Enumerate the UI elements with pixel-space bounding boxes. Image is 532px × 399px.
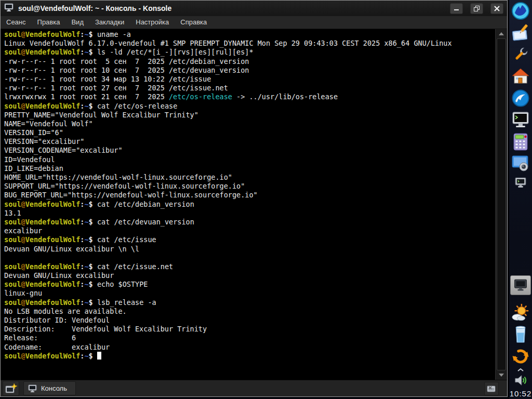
distro-logo-icon[interactable] bbox=[511, 1, 530, 21]
menubar: Сеанс Правка Вид Закладки Настройка Спра… bbox=[1, 16, 507, 29]
terminal-line: ID_LIKE=debian bbox=[4, 164, 494, 173]
terminal-output: soul@VendefoulWolf:~$ uname -aLinux Vend… bbox=[4, 30, 494, 361]
text-editor-icon[interactable] bbox=[511, 23, 530, 43]
terminal-area[interactable]: soul@VendefoulWolf:~$ uname -aLinux Vend… bbox=[1, 29, 507, 380]
terminal-line: -rw-r--r-- 1 root root 10 сен 7 2025 /et… bbox=[4, 66, 494, 75]
terminal-line: No LSB modules are available. bbox=[4, 307, 494, 316]
terminal-line: -rw-r--r-- 1 root root 34 мар 13 10:22 /… bbox=[4, 75, 494, 84]
session-tab-konsole[interactable]: Консоль bbox=[23, 381, 76, 395]
terminal-tray-icon[interactable] bbox=[511, 176, 530, 189]
side-panel: 10:52 bbox=[509, 0, 532, 399]
terminal-line: soul@VendefoulWolf:~$ uname -a bbox=[4, 30, 494, 39]
close-button[interactable] bbox=[490, 3, 503, 14]
terminal-line: Codename: excalibur bbox=[4, 343, 494, 352]
menu-settings[interactable]: Настройка bbox=[130, 16, 175, 29]
new-session-button[interactable] bbox=[3, 381, 19, 396]
web-browser-icon[interactable] bbox=[511, 88, 530, 108]
sync-icon[interactable] bbox=[511, 347, 530, 366]
terminal-line: VERSION="excalibur" bbox=[4, 137, 494, 146]
glass-icon[interactable] bbox=[511, 325, 530, 344]
terminal-line: soul@VendefoulWolf:~$ cat /etc/issue bbox=[4, 235, 494, 244]
terminal-line: SUPPORT_URL="https://vendefoul-wolf-linu… bbox=[4, 182, 494, 191]
minimize-button[interactable] bbox=[450, 3, 463, 14]
terminal-cursor bbox=[97, 352, 101, 360]
menu-edit[interactable]: Правка bbox=[32, 16, 66, 29]
terminal-line: Devuan GNU/Linux excalibur bbox=[4, 271, 494, 280]
terminal-scrollbar[interactable] bbox=[495, 29, 507, 380]
terminal-line: soul@VendefoulWolf:~$ cat /etc/debian_ve… bbox=[4, 200, 494, 209]
home-icon[interactable] bbox=[511, 66, 530, 86]
terminal-line: Distributor ID: Vendefoul bbox=[4, 316, 494, 325]
volume-icon[interactable] bbox=[511, 374, 530, 387]
terminal-line: lrwxrwxrwx 1 root root 21 сен 7 2025 /et… bbox=[4, 92, 494, 101]
maximize-button[interactable] bbox=[470, 3, 483, 14]
session-bar: Консоль bbox=[1, 380, 507, 396]
terminal-line: VERSION_CODENAME="excalibur" bbox=[4, 146, 494, 155]
scroll-down-icon[interactable] bbox=[496, 371, 507, 379]
scroll-up-icon[interactable] bbox=[496, 30, 507, 38]
konsole-launcher-icon[interactable] bbox=[511, 110, 530, 130]
konsole-window: soul@VendefoulWolf: ~ - Консоль - Konsol… bbox=[0, 0, 508, 397]
terminal-line: soul@VendefoulWolf:~$ cat /etc/devuan_ve… bbox=[4, 218, 494, 227]
menu-view[interactable]: Вид bbox=[65, 16, 89, 29]
terminal-line: soul@VendefoulWolf:~$ lsb_release -a bbox=[4, 298, 494, 307]
terminal-line: excalibur bbox=[4, 227, 494, 235]
menu-session[interactable]: Сеанс bbox=[1, 16, 32, 29]
terminal-line: soul@VendefoulWolf:~$ bbox=[4, 352, 494, 361]
terminal-line: BUG_REPORT_URL="https://vendefoul-wolf-l… bbox=[4, 191, 494, 200]
window-title: soul@VendefoulWolf: ~ - Консоль - Konsol… bbox=[18, 4, 443, 12]
terminal-line: NAME="Vendefoul Wolf" bbox=[4, 119, 494, 128]
terminal-line: PRETTY_NAME="Vendefoul Wolf Excalibur Tr… bbox=[4, 111, 494, 119]
terminal-line: ID=Vendefoul bbox=[4, 155, 494, 164]
terminal-line: -rw-r--r-- 1 root root 27 сен 7 2025 /et… bbox=[4, 84, 494, 92]
terminal-line: 13.1 bbox=[4, 209, 494, 218]
calculator-icon[interactable] bbox=[511, 132, 530, 152]
menu-help[interactable]: Справка bbox=[175, 16, 212, 29]
panel-clock[interactable]: 10:52 bbox=[510, 389, 532, 398]
screenshot-tool-icon[interactable] bbox=[511, 154, 530, 174]
terminal-line: soul@VendefoulWolf:~$ cat /etc/os-releas… bbox=[4, 102, 494, 111]
terminal-line: -rw-r--r-- 1 root root 5 сен 7 2025 /etc… bbox=[4, 57, 494, 66]
terminal-line: soul@VendefoulWolf:~$ ls -ld /etc/*[i_-]… bbox=[4, 48, 494, 57]
settings-wrench-icon[interactable] bbox=[511, 45, 530, 64]
session-tab-terminal-icon bbox=[28, 384, 37, 393]
terminal-line: Devuan GNU/Linux excalibur \n \l bbox=[4, 245, 494, 254]
terminal-line: HOME_URL="https://vendefoul-wolf-linux.s… bbox=[4, 173, 494, 182]
window-menu-terminal-icon[interactable] bbox=[4, 3, 14, 14]
terminal-line: Release: 6 bbox=[4, 334, 494, 342]
terminal-line bbox=[4, 254, 494, 262]
panel-expand-chevron-icon[interactable] bbox=[517, 367, 524, 373]
terminal-line: Description: Vendefoul Wolf Excalibur Tr… bbox=[4, 325, 494, 334]
session-list-button[interactable] bbox=[484, 382, 499, 395]
weather-icon[interactable] bbox=[511, 303, 530, 323]
terminal-line: Linux VendefoulWolf 6.17.0-vendefoul #1 … bbox=[4, 39, 494, 48]
menu-bookmarks[interactable]: Закладки bbox=[89, 16, 130, 29]
taskbar-button-konsole[interactable] bbox=[510, 275, 531, 295]
scrollbar-thumb[interactable] bbox=[497, 38, 506, 370]
titlebar: soul@VendefoulWolf: ~ - Консоль - Konsol… bbox=[1, 1, 507, 16]
terminal-line: linux-gnu bbox=[4, 289, 494, 298]
terminal-line: soul@VendefoulWolf:~$ cat /etc/issue.net bbox=[4, 262, 494, 271]
session-tab-label: Консоль bbox=[41, 384, 67, 392]
terminal-line: VERSION_ID="6" bbox=[4, 128, 494, 137]
terminal-line: soul@VendefoulWolf:~$ echo $OSTYPE bbox=[4, 280, 494, 289]
